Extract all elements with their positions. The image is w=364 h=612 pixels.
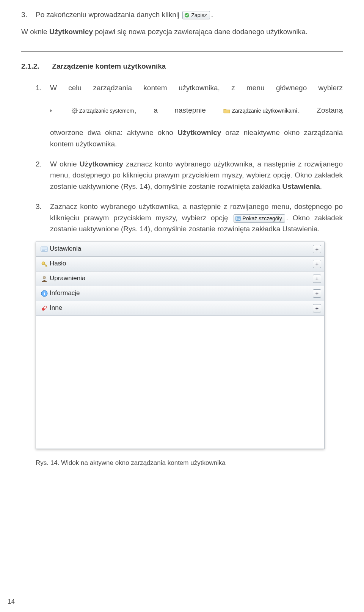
- accordion-body: [36, 316, 324, 449]
- key-icon: [39, 260, 50, 268]
- svg-point-23: [44, 291, 45, 292]
- accordion-label: Informacje: [50, 288, 313, 298]
- text: , a następnie: [135, 106, 206, 114]
- save-button[interactable]: Zapisz: [182, 11, 210, 19]
- section-heading: 2.1.2. Zarządzenie kontem użytkownika: [21, 61, 343, 72]
- expand-button[interactable]: +: [313, 304, 321, 312]
- menu-item-user-management[interactable]: Zarządzanie użytkownikami: [223, 107, 297, 114]
- accordion-item-uprawnienia[interactable]: Uprawnienia +: [36, 271, 324, 286]
- accordion-label: Inne: [50, 303, 313, 313]
- svg-point-2: [74, 110, 75, 111]
- figure-text: Widok na aktywne okno zarządzania kontem…: [59, 459, 225, 466]
- accordion-item-haslo[interactable]: Hasło +: [36, 257, 324, 271]
- svg-line-10: [76, 109, 77, 110]
- text-bold: Użytkownicy: [177, 129, 221, 137]
- accordion-item-ustawienia[interactable]: Ustawienia +: [36, 242, 324, 257]
- svg-point-20: [42, 262, 43, 263]
- expand-button[interactable]: +: [313, 289, 321, 298]
- text-bold: Użytkownicy: [49, 28, 93, 36]
- text: .: [211, 11, 213, 19]
- text-bold: Ustawienia: [282, 182, 320, 190]
- list-text: Zaznacz konto wybranego użytkownika, a n…: [50, 201, 343, 234]
- list-item-3b: 3. Zaznacz konto wybranego użytkownika, …: [36, 201, 343, 234]
- section-title: Zarządzenie kontem użytkownika: [52, 61, 166, 72]
- text: otworzone dwa okna: aktywne okno: [50, 129, 177, 137]
- svg-line-7: [72, 109, 73, 110]
- list-text: W celu zarządzania kontem użytkownika, z…: [50, 82, 343, 149]
- accordion-item-informacje[interactable]: Informacje +: [36, 286, 324, 301]
- info-icon: [39, 290, 50, 297]
- list-number: 2.: [36, 158, 43, 192]
- check-icon: [184, 13, 190, 18]
- paragraph: W oknie Użytkownicy pojawi się nowa pozy…: [21, 26, 343, 37]
- user-icon: [39, 275, 50, 282]
- section-separator: [21, 51, 343, 52]
- text: Po zakończeniu wprowadzania danych klikn…: [36, 11, 179, 19]
- list-text: Po zakończeniu wprowadzania danych klikn…: [36, 9, 343, 20]
- pill-icon: [39, 304, 50, 312]
- list-item-2: 2. W oknie Użytkownicy zaznacz konto wyb…: [36, 158, 343, 192]
- text: W oknie: [50, 160, 80, 168]
- list-item-3: 3. Po zakończeniu wprowadzania danych kl…: [21, 9, 343, 20]
- chip-label: Zarządzanie użytkownikami: [232, 107, 297, 114]
- accordion-panel: Ustawienia + Hasło + Uprawnienia + Infor…: [36, 242, 325, 449]
- save-button-label: Zapisz: [191, 12, 207, 19]
- list-text: W oknie Użytkownicy zaznacz konto wybran…: [50, 158, 343, 192]
- figure-caption: Rys. 14. Widok na aktywne okno zarządzan…: [36, 458, 343, 468]
- button-label: Pokaż szczegóły: [242, 215, 282, 222]
- svg-rect-24: [44, 293, 45, 295]
- text: W celu zarządzania kontem użytkownika, z…: [50, 84, 343, 92]
- accordion-label: Hasło: [50, 259, 313, 268]
- folder-icon: [223, 108, 230, 113]
- section-number: 2.1.2.: [21, 61, 39, 72]
- svg-line-8: [76, 112, 77, 113]
- svg-point-21: [43, 276, 46, 278]
- settings-icon: [39, 246, 50, 252]
- accordion-label: Ustawienia: [50, 244, 313, 254]
- gear-icon: [72, 108, 78, 114]
- text-bold: Użytkownicy: [80, 160, 123, 168]
- expand-button[interactable]: +: [313, 260, 321, 268]
- list-number: 3.: [36, 201, 43, 234]
- text: pojawi się nowa pozycja zawierająca dane…: [93, 28, 308, 36]
- accordion-label: Uprawnienia: [50, 273, 313, 283]
- triangle-icon: [50, 109, 52, 112]
- chip-label: Zarządzanie systemem: [79, 107, 134, 114]
- list-number: 3.: [21, 9, 29, 20]
- list-number: 1.: [36, 82, 43, 149]
- text: W oknie: [21, 28, 49, 36]
- expand-button[interactable]: +: [313, 275, 321, 283]
- svg-line-9: [72, 112, 73, 113]
- show-details-button[interactable]: Pokaż szczegóły: [234, 214, 285, 223]
- text: . Zostaną: [298, 106, 343, 114]
- details-icon: [235, 216, 241, 221]
- menu-item-system-management[interactable]: Zarządzanie systemem: [72, 107, 134, 114]
- expand-button[interactable]: +: [313, 245, 321, 253]
- text: .: [320, 182, 322, 190]
- list-item-1: 1. W celu zarządzania kontem użytkownika…: [36, 82, 343, 149]
- figure-label: Rys. 14.: [36, 459, 59, 466]
- accordion-item-inne[interactable]: Inne +: [36, 301, 324, 316]
